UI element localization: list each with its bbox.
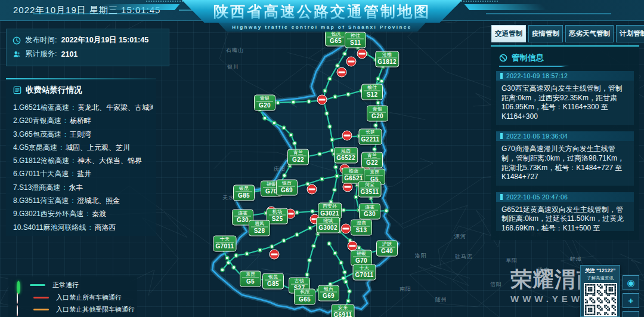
- qr-code: [584, 283, 617, 316]
- city-label: 随州: [435, 296, 447, 304]
- no-entry-marker: [307, 184, 317, 195]
- highway-badge-G40: 沪陕G40: [376, 241, 398, 257]
- page-subtitle: Highway traffic control map of Shaanxi P…: [232, 24, 412, 30]
- highway-badge-S12: 榆佳S12: [361, 84, 383, 100]
- no-entry-marker: [270, 250, 280, 260]
- highway-badge-G22: 青兰G22: [361, 152, 383, 168]
- no-entry-marker: [341, 224, 351, 234]
- closure-item: 10.S4011麻池河联络线：商洛西: [13, 221, 153, 234]
- toll-closure-header: 收费站禁行情况: [13, 85, 156, 96]
- highway-badge-G20: 青银G20: [254, 95, 275, 111]
- panel-header: 管制信息: [499, 53, 639, 63]
- closure-item: 1.G6521榆蓝高速：黄龙北、牛家梁、古城滩: [13, 101, 153, 114]
- city-label: 银川: [227, 63, 239, 71]
- closure-item: 3.G65包茂高速：王则湾: [13, 128, 153, 141]
- banner-band: 陕西省高速公路交通管制地图: [182, 0, 462, 23]
- tab-4[interactable]: 计划管制: [616, 25, 644, 42]
- qr-code-image: [585, 284, 616, 315]
- no-entry-marker: [317, 95, 327, 105]
- entry-tick: [500, 133, 503, 139]
- control-entries[interactable]: 2022-10-09 18:57:12G30西宝高速双向发生主线管制，管制距离:…: [496, 71, 634, 231]
- legend-label: 入口禁止所有车辆通行: [56, 293, 122, 302]
- publish-time-label: 发布时间:: [25, 35, 57, 45]
- highway-badge-G6522: 延西G6522: [334, 147, 358, 164]
- highway-badge-G3021: 西安外G3021: [318, 203, 342, 219]
- control-entry: 2022-10-09 18:57:12G30西宝高速双向发生主线管制，管制距离:…: [496, 71, 634, 125]
- city-label: 蚌埠: [570, 256, 582, 263]
- qr-subtitle: 了解高速资讯: [581, 275, 620, 281]
- city-label: 庆阳: [274, 165, 286, 173]
- highway-badge-G7011: 十天G7011: [353, 264, 376, 281]
- closure-list[interactable]: 1.G6521榆蓝高速：黄龙北、牛家梁、古城滩2.G20青银高速：杨桥畔3.G6…: [13, 101, 153, 234]
- banner-subband: Highway traffic control map of Shaanxi P…: [218, 23, 426, 32]
- entry-text: G6521延黄高速双向发生主线管制，管制距离:0km，过延长11.50Km，过黄…: [496, 202, 634, 231]
- highway-badge-G65: 包茂G65: [325, 30, 346, 47]
- toll-closure-card: 收费站禁行情况 1.G6521榆蓝高速：黄龙北、牛家梁、古城滩2.G20青银高速…: [6, 79, 156, 236]
- banner-wing-right: [465, 4, 547, 10]
- tab-2[interactable]: 疫情管制: [528, 25, 563, 42]
- closure-item: 2.G20青银高速：杨桥畔: [13, 114, 153, 127]
- highway-badge-G85: 银昆G85: [233, 185, 255, 201]
- city-label: 阜阳: [506, 257, 518, 264]
- list-icon: [13, 86, 21, 94]
- highway-badge-G65: 包茂G65: [294, 289, 315, 305]
- qr-popup: 关注 “12122” 了解高速资讯: [580, 265, 620, 317]
- tab-1[interactable]: 交通管制: [491, 25, 526, 42]
- entry-time: 2022-10-06 19:36:04: [506, 133, 568, 140]
- closure-item: 5.G1812沧榆高速：神木、大保当、锦界: [13, 154, 153, 167]
- zoom-out-button[interactable]: −: [623, 311, 639, 317]
- highway-badge-S13: 澄商S13: [351, 220, 372, 236]
- control-entry: 2022-10-05 20:47:06G6521延黄高速双向发生主线管制，管制距…: [496, 192, 634, 231]
- highway-badge-S28: 眉凤S28: [249, 220, 270, 236]
- legend-row: 入口禁止所有车辆通行: [8, 293, 137, 303]
- entry-time: 2022-10-05 20:47:06: [506, 193, 568, 201]
- publish-time-row: 发布时间: 2022年10月19日 15:01:45: [13, 33, 163, 47]
- toll-closure-title: 收费站禁行情况: [26, 85, 82, 96]
- highway-badge-G3511: 菏宝G3511: [358, 181, 382, 198]
- legend-line-sample: [33, 297, 49, 298]
- banner-hairline-right: [486, 13, 611, 14]
- locate-button[interactable]: ◉: [623, 275, 639, 290]
- entry-text: G30西宝高速双向发生主线管制，管制距离:0km，过西安92.35Km，距甘肃1…: [496, 81, 634, 125]
- entry-text: G70商漫高速漫川关方向发生主线管制，管制距离:0km，过商洛98.71Km，距…: [496, 141, 634, 185]
- closure-item: 4.G5京昆高速：城固、上元观、芝川: [13, 141, 153, 154]
- control-entry: 2022-10-06 19:36:04G70商漫高速漫川关方向发生主线管制，管制…: [496, 131, 634, 185]
- city-label: 洛阳: [415, 252, 427, 260]
- publish-info-card: 发布时间: 2022年10月19日 15:01:45 累计服务: 2101: [6, 29, 169, 66]
- map-controls: ◉+−: [623, 275, 639, 317]
- banner-wing-left: [97, 4, 179, 10]
- legend-label: 入口禁止其他受限车辆通行: [56, 305, 135, 314]
- closure-item: 7.S13澄商高速：永丰: [13, 181, 153, 194]
- highway-badge-S11: 神佳S11: [345, 32, 366, 48]
- no-entry-icon: [17, 293, 25, 301]
- title-banner: 陕西省高速公路交通管制地图 Highway traffic control ma…: [182, 0, 462, 32]
- publish-time-value: 2022年10月19日 15:01:45: [61, 35, 148, 45]
- no-entry-marker: [337, 67, 347, 78]
- normal-icon: [17, 282, 21, 287]
- service-count-row: 累计服务: 2101: [13, 47, 163, 61]
- page-title: 陕西省高速公路交通管制地图: [213, 2, 431, 21]
- legend-row: 正常通行: [8, 280, 137, 290]
- banner-hairline-left: [33, 13, 158, 14]
- panel-title: 管制信息: [512, 53, 544, 63]
- legend-row: 入口禁止其他受限车辆通行: [8, 304, 137, 315]
- no-entry-limited-icon: [17, 306, 25, 314]
- highway-badge-G2211: 长延G2211: [359, 129, 382, 145]
- user-icon: [13, 50, 21, 59]
- no-entry-marker: [342, 131, 352, 141]
- highway-badge-G20: 青银G20: [367, 106, 388, 122]
- entry-tick: [500, 73, 503, 79]
- closure-item: 9.G3021西安外环高速：秦渡: [13, 207, 153, 220]
- highway-badge-G69: 银百G69: [276, 180, 298, 196]
- control-tabs: 交通管制疫情管制恶劣天气管制计划管制: [491, 25, 639, 42]
- highway-badge-G6911: 安来G6911: [332, 304, 355, 317]
- no-entry-marker: [346, 57, 357, 67]
- legend-line-sample: [30, 284, 45, 286]
- highway-badge-G85: 银昆G85: [262, 273, 284, 290]
- tab-3[interactable]: 恶劣天气管制: [565, 25, 614, 42]
- highway-badge-G5: 京昆G5: [240, 271, 261, 287]
- highway-badge-G7011: 十天G7011: [213, 236, 237, 252]
- zoom-in-button[interactable]: +: [623, 293, 639, 308]
- legend-label: 正常通行: [52, 281, 79, 290]
- panel-header-underline: [499, 66, 569, 67]
